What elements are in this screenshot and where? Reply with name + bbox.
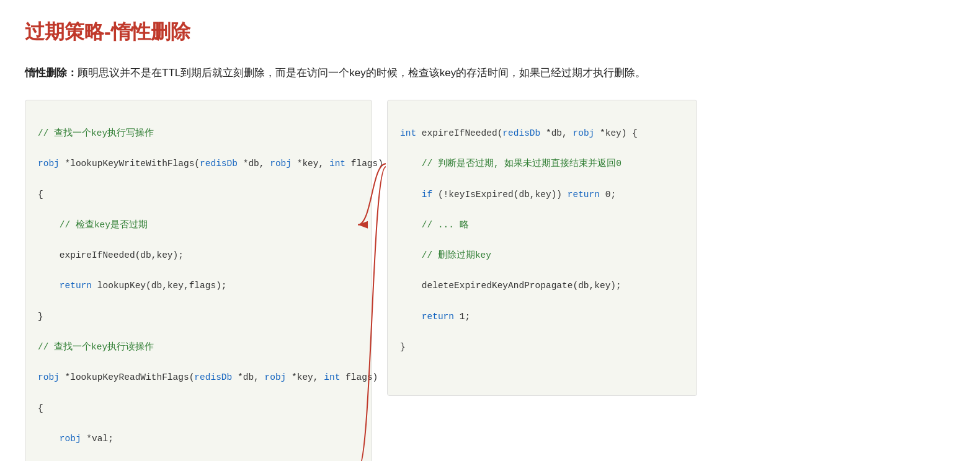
code-line: robj *lookupKeyReadWithFlags(redisDb *db… xyxy=(38,370,359,385)
intro-content: 顾明思议并不是在TTL到期后就立刻删除，而是在访问一个key的时候，检查该key… xyxy=(78,67,646,79)
code-line: expireIfNeeded(db,key); xyxy=(38,248,359,263)
intro-label: 惰性删除： xyxy=(25,67,78,79)
code-line: if (!keyIsExpired(db,key)) return 0; xyxy=(400,187,684,203)
code-line: robj *lookupKeyWriteWithFlags(redisDb *d… xyxy=(38,156,359,172)
intro-paragraph: 惰性删除：顾明思议并不是在TTL到期后就立刻删除，而是在访问一个key的时候，检… xyxy=(25,63,955,82)
code-box-left: // 查找一个key执行写操作 robj *lookupKeyWriteWith… xyxy=(25,100,372,461)
code-line: // ... 略 xyxy=(400,217,684,233)
code-box-right: int expireIfNeeded(redisDb *db, robj *ke… xyxy=(387,100,697,396)
code-line: // 查找一个key执行写操作 xyxy=(38,126,359,141)
code-line: deleteExpiredKeyAndPropagate(db,key); xyxy=(400,278,684,294)
code-line: // 判断是否过期, 如果未过期直接结束并返回0 xyxy=(400,156,684,172)
code-line-arrow1: // 检查key是否过期 xyxy=(38,217,359,233)
code-line: // 删除过期key xyxy=(400,248,684,263)
code-line: // 查找一个key执行读操作 xyxy=(38,340,359,355)
code-line: { xyxy=(38,401,359,416)
code-line: { xyxy=(38,187,359,203)
code-line: robj *val; xyxy=(38,431,359,447)
code-area: // 查找一个key执行写操作 robj *lookupKeyWriteWith… xyxy=(25,100,955,461)
code-line: } xyxy=(38,309,359,325)
code-line: return lookupKey(db,key,flags); xyxy=(38,278,359,294)
code-line: return 1; xyxy=(400,309,684,325)
code-line: } xyxy=(400,340,684,355)
page-title: 过期策略-惰性删除 xyxy=(25,19,955,46)
code-line: int expireIfNeeded(redisDb *db, robj *ke… xyxy=(400,126,684,141)
